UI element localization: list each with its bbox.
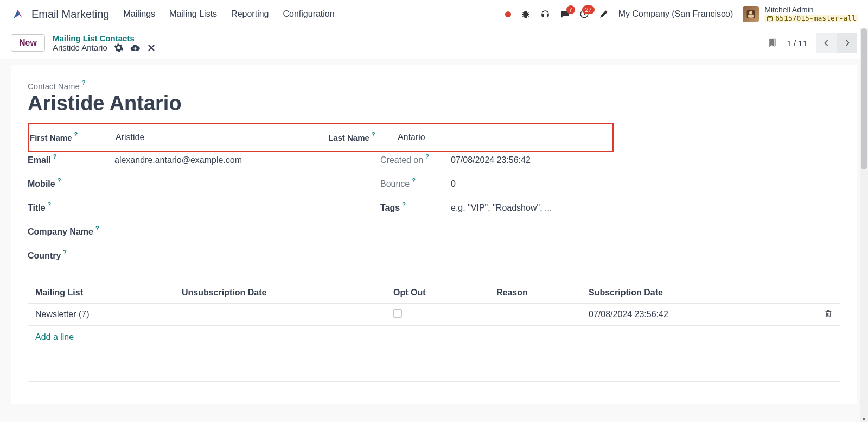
cloud-upload-icon[interactable] [130, 43, 140, 53]
add-line-link[interactable]: Add a line [35, 332, 74, 342]
last-name-field[interactable]: Antario [398, 133, 609, 142]
mobile-label: Mobile? [28, 179, 114, 189]
email-label: Email? [28, 155, 114, 165]
breadcrumb: Mailing List Contacts Aristide Antario [53, 34, 156, 53]
company-selector[interactable]: My Company (San Francisco) [618, 9, 733, 19]
bounce-label: Bounce? [380, 179, 451, 189]
database-pill: 65157015-master-all [764, 15, 858, 22]
trash-icon[interactable] [824, 310, 833, 319]
add-line-row: Add a line [28, 326, 840, 349]
menu-reporting[interactable]: Reporting [231, 9, 269, 19]
company-name-label: Company Name? [28, 227, 114, 237]
table-row[interactable]: Newsletter (7) 07/08/2024 23:56:42 [28, 304, 840, 326]
country-label: Country? [28, 251, 114, 261]
scrollbar-thumb[interactable] [861, 28, 867, 169]
help-icon[interactable]: ? [95, 225, 99, 235]
activities-badge: 27 [582, 5, 594, 14]
col-reason[interactable]: Reason [489, 282, 581, 304]
first-name-label: First Name? [29, 133, 116, 142]
bookmark-icon[interactable] [767, 37, 778, 49]
top-navbar: Email Marketing Mailings Mailing Lists R… [0, 0, 868, 28]
help-icon[interactable]: ? [425, 153, 429, 163]
svg-rect-5 [748, 15, 754, 18]
col-sub-date[interactable]: Subscription Date [581, 282, 816, 304]
control-bar: New Mailing List Contacts Aristide Antar… [0, 28, 868, 59]
svg-point-4 [749, 11, 752, 15]
svg-point-6 [768, 16, 773, 17]
pager-prev-button[interactable] [816, 33, 837, 53]
user-avatar [743, 6, 759, 22]
col-opt-out[interactable]: Opt Out [386, 282, 489, 304]
tags-field[interactable]: e.g. "VIP", "Roadshow", ... [451, 203, 635, 213]
help-icon[interactable]: ? [372, 131, 375, 137]
help-icon[interactable]: ? [74, 131, 78, 137]
cell-unsub-date[interactable] [174, 304, 386, 326]
col-mailing-list[interactable]: Mailing List [28, 282, 174, 304]
topbar-right: 7 27 My Company (San Francisco) Mitchell… [505, 6, 858, 22]
pager-next-button[interactable] [837, 33, 857, 53]
bug-icon[interactable] [521, 9, 531, 19]
cell-mailing-list[interactable]: Newsletter (7) [28, 304, 174, 326]
main-menu: Mailings Mailing Lists Reporting Configu… [123, 9, 334, 19]
tools-icon[interactable] [599, 9, 609, 19]
form-sheet: Contact Name? Aristide Antario First Nam… [11, 65, 857, 404]
help-icon[interactable]: ? [402, 201, 406, 211]
cell-reason[interactable] [489, 304, 581, 326]
menu-mailings[interactable]: Mailings [123, 9, 155, 19]
pager-text[interactable]: 1 / 11 [787, 39, 807, 48]
cell-sub-date[interactable]: 07/08/2024 23:56:42 [581, 304, 816, 326]
user-menu[interactable]: Mitchell Admin 65157015-master-all [743, 6, 858, 22]
app-title[interactable]: Email Marketing [31, 8, 109, 21]
pager-area: 1 / 11 [767, 33, 857, 53]
tags-label: Tags? [380, 203, 451, 213]
bounce-field[interactable]: 0 [451, 179, 635, 189]
app-logo[interactable] [10, 6, 26, 22]
help-icon[interactable]: ? [63, 249, 67, 259]
mailing-list-table: Mailing List Unsubscription Date Opt Out… [28, 282, 840, 326]
help-icon[interactable]: ? [53, 153, 57, 163]
created-on-label: Created on? [380, 155, 451, 165]
sheet-wrap: Contact Name? Aristide Antario First Nam… [0, 59, 868, 410]
user-name: Mitchell Admin [764, 6, 858, 14]
database-name: 65157015-master-all [775, 15, 856, 22]
activities-icon[interactable]: 27 [579, 9, 589, 19]
messages-icon[interactable]: 7 [560, 9, 570, 19]
help-icon[interactable]: ? [48, 201, 52, 211]
help-icon[interactable]: ? [82, 79, 86, 86]
menu-mailing-lists[interactable]: Mailing Lists [169, 9, 217, 19]
menu-configuration[interactable]: Configuration [283, 9, 334, 19]
breadcrumb-parent[interactable]: Mailing List Contacts [53, 34, 135, 43]
last-name-label: Last Name? [327, 133, 398, 142]
title-label: Title? [28, 203, 114, 213]
email-field[interactable]: alexandre.antario@example.com [114, 155, 380, 165]
vertical-scrollbar[interactable]: ▲ ▼ [860, 28, 868, 410]
recording-indicator-icon[interactable] [505, 11, 511, 17]
created-on-field[interactable]: 07/08/2024 23:56:42 [451, 155, 635, 165]
form-grid: Email? alexandre.antario@example.com Cre… [28, 155, 635, 261]
cell-opt-out[interactable] [386, 304, 489, 326]
messages-badge: 7 [566, 5, 575, 14]
help-icon[interactable]: ? [412, 177, 416, 187]
breadcrumb-current: Aristide Antario [53, 43, 107, 52]
help-icon[interactable]: ? [58, 177, 61, 187]
new-button[interactable]: New [11, 34, 45, 52]
support-icon[interactable] [540, 9, 550, 19]
gear-icon[interactable] [114, 43, 124, 53]
discard-icon[interactable] [146, 43, 156, 53]
col-unsub-date[interactable]: Unsubscription Date [174, 282, 386, 304]
user-text: Mitchell Admin 65157015-master-all [764, 6, 858, 22]
first-name-field[interactable]: Aristide [116, 133, 327, 142]
checkbox-icon[interactable] [393, 309, 402, 318]
contact-name-field[interactable]: Aristide Antario [28, 92, 840, 115]
highlighted-name-row: First Name? Aristide Last Name? Antario [28, 123, 614, 152]
contact-name-label: Contact Name? [28, 81, 86, 91]
